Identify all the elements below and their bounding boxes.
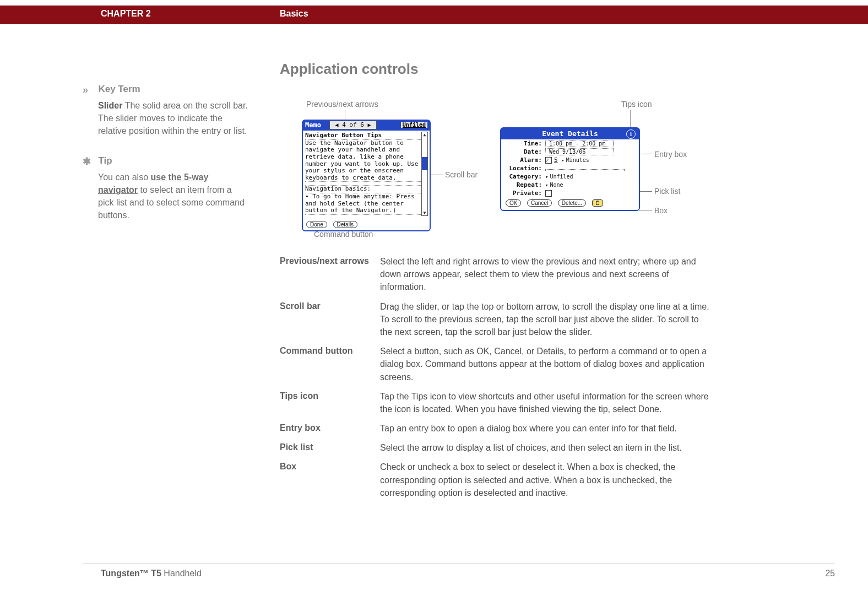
def-term: Command button (280, 342, 380, 387)
def-body: Select the arrow to display a list of ch… (380, 438, 709, 457)
footer-rule (83, 564, 835, 564)
key-term-definition: Slider The solid area on the scroll bar.… (98, 99, 248, 138)
location-entry-box[interactable] (545, 169, 625, 170)
callout-line (430, 175, 443, 175)
callout-line (639, 191, 652, 192)
tip-icon: ✱ (83, 154, 96, 169)
details-button[interactable]: Details (333, 221, 358, 228)
cancel-button[interactable]: Cancel (527, 199, 552, 207)
scroll-down-arrow-icon[interactable]: ▼ (422, 210, 427, 215)
table-row: Previous/next arrowsSelect the left and … (280, 252, 709, 297)
prev-next-arrows[interactable]: ◀ 4 of 6 ▶ (329, 121, 377, 129)
location-label: Location: (506, 165, 542, 172)
memo-category-picker[interactable]: Unfiled (401, 122, 427, 128)
category-label: Category: (506, 173, 542, 180)
main-column: Application controls Previous/next arrow… (280, 61, 709, 502)
key-term-block: » Key Term Slider The solid area on the … (83, 83, 248, 138)
date-row: Date:Wed 9/13/06 (501, 148, 639, 156)
repeat-label: Repeat: (506, 181, 542, 188)
memo-line: Navigation basics: (305, 186, 423, 193)
memo-line: Use the Navigator button to navigate you… (305, 140, 423, 182)
private-row: Private: (501, 189, 639, 197)
memo-command-buttons: Done Details (306, 221, 360, 228)
page-number: 25 (825, 569, 835, 578)
location-row: Location: (501, 164, 639, 172)
def-term: Pick list (280, 438, 380, 457)
page-title: Application controls (280, 61, 709, 78)
callout-line (630, 110, 631, 128)
alarm-row: Alarm:5 Minutes (501, 156, 639, 164)
alarm-checkbox[interactable] (545, 157, 552, 164)
tips-icon[interactable]: i (626, 129, 636, 139)
event-title: Event Details (542, 129, 598, 138)
event-details-screenshot: Event Details i Time:1:00 pm - 2:00 pm D… (500, 127, 640, 211)
def-body: Tap an entry box to open a dialog box wh… (380, 419, 709, 438)
date-label: Date: (506, 148, 542, 155)
event-titlebar: Event Details i (501, 128, 639, 139)
private-checkbox[interactable] (545, 190, 552, 197)
prev-arrow-icon[interactable]: ◀ (335, 122, 338, 128)
note-button[interactable]: 🗒 (592, 199, 603, 207)
def-body: Drag the slider, or tap the top or botto… (380, 297, 709, 342)
memo-line: • To go to Home anytime: Press and hold … (305, 193, 423, 215)
ok-button[interactable]: OK (506, 199, 521, 207)
tip-body: You can also use the 5-way navigator to … (98, 171, 248, 222)
callout-line (639, 210, 652, 210)
def-body: Select the left and right arrows to view… (380, 252, 709, 297)
memo-line: Navigator Button Tips (305, 132, 427, 140)
memo-titlebar: Memo ◀ 4 of 6 ▶ Unfiled (303, 121, 430, 131)
figure-callout-area: Previous/next arrows Scroll bar Command … (280, 88, 709, 242)
repeat-picklist[interactable]: None (545, 182, 563, 188)
def-term: Tips icon (280, 387, 380, 419)
def-term: Entry box (280, 419, 380, 438)
record-counter: 4 of 6 (342, 121, 364, 128)
callout-box: Box (654, 206, 668, 215)
control-definitions: Previous/next arrowsSelect the left and … (280, 252, 709, 502)
tip-heading: Tip (98, 154, 112, 168)
scroll-slider[interactable] (422, 157, 427, 170)
def-term: Scroll bar (280, 297, 380, 342)
table-row: Scroll barDrag the slider, or tap the to… (280, 297, 709, 342)
time-entry-box[interactable]: 1:00 pm - 2:00 pm (545, 140, 614, 147)
def-body: Tap the Tips icon to view shortcuts and … (380, 387, 709, 419)
def-term: Previous/next arrows (280, 252, 380, 297)
chapter-band: CHAPTER 2 Basics (0, 6, 868, 24)
next-arrow-icon[interactable]: ▶ (368, 122, 371, 128)
table-row: Command buttonSelect a button, such as O… (280, 342, 709, 387)
tip-block: ✱ Tip You can also use the 5-way navigat… (83, 154, 248, 222)
scroll-up-arrow-icon[interactable]: ▲ (422, 132, 427, 137)
chapter-label: CHAPTER 2 (101, 9, 151, 19)
def-body: Check or uncheck a box to select or dese… (380, 457, 709, 502)
alarm-label: Alarm: (506, 156, 542, 164)
table-row: BoxCheck or uncheck a box to select or d… (280, 457, 709, 502)
scroll-bar[interactable]: ▲ ▼ (421, 132, 428, 216)
time-label: Time: (506, 140, 542, 147)
category-picklist[interactable]: Unfiled (545, 174, 573, 180)
callout-entry-box: Entry box (654, 150, 687, 159)
delete-button[interactable]: Delete... (558, 199, 586, 207)
table-row: Tips iconTap the Tips icon to view short… (280, 387, 709, 419)
key-term-heading: Key Term (98, 83, 140, 96)
footer-product-name: Tungsten™ T5 (101, 569, 161, 578)
callout-pick-list: Pick list (654, 187, 680, 196)
event-command-buttons: OK Cancel Delete... 🗒 (501, 197, 639, 210)
memo-body: Navigator Button Tips Use the Navigator … (303, 131, 430, 230)
memo-screenshot: Memo ◀ 4 of 6 ▶ Unfiled Navigator Button… (302, 120, 431, 231)
key-term-icon: » (83, 83, 96, 97)
alarm-units-picklist[interactable]: Minutes (561, 157, 589, 163)
callout-prevnext: Previous/next arrows (306, 100, 378, 109)
table-row: Pick listSelect the arrow to display a l… (280, 438, 709, 457)
time-row: Time:1:00 pm - 2:00 pm (501, 139, 639, 148)
footer-product: Tungsten™ T5 Handheld (101, 569, 202, 578)
callout-line (639, 154, 652, 154)
tip-pre: You can also (98, 172, 150, 182)
memo-app-label: Memo (305, 121, 321, 129)
def-body: Select a button, such as OK, Cancel, or … (380, 342, 709, 387)
category-row: Category:Unfiled (501, 172, 639, 181)
footer-product-suffix: Handheld (161, 569, 202, 578)
date-entry-box[interactable]: Wed 9/13/06 (545, 148, 614, 155)
alarm-value[interactable]: 5 (554, 156, 558, 164)
callout-tips-icon: Tips icon (621, 100, 652, 109)
done-button[interactable]: Done (306, 221, 327, 228)
section-label: Basics (280, 9, 308, 19)
